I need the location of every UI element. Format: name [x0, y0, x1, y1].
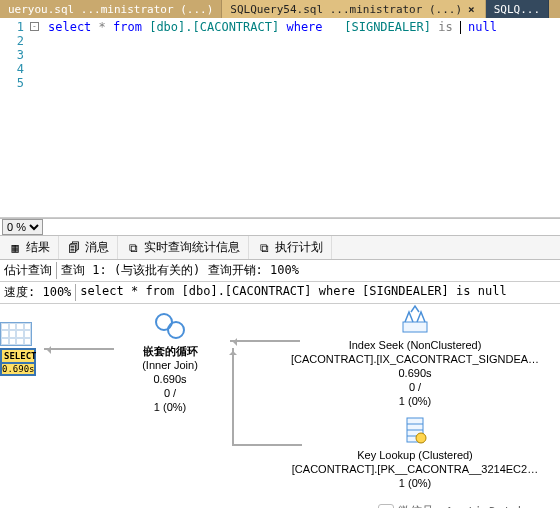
plan-node-time: 0.690s [0, 364, 36, 376]
tab-label: 结果 [26, 239, 50, 256]
watermark: ✳ 微信号: AustinDatabases [378, 503, 554, 508]
svg-point-7 [416, 433, 426, 443]
key-lookup-icon [399, 414, 431, 446]
plan-node-time: 0.690s [290, 366, 540, 380]
results-tab-strip: ▦ 结果 🗐 消息 ⧉ 实时查询统计信息 ⧉ 执行计划 [0, 236, 560, 260]
close-icon[interactable]: × [466, 3, 477, 16]
tab-label: ueryou.sql ...ministrator (...) [8, 3, 213, 16]
document-tab-active[interactable]: SQLQuery54.sql ...ministrator (...) × [222, 0, 485, 18]
line-number: 1 [0, 20, 30, 34]
stats-icon: ⧉ [126, 241, 140, 255]
tab-results[interactable]: ▦ 结果 [0, 236, 59, 259]
svg-point-1 [168, 322, 184, 338]
line-number-gutter: 1 2 3 4 5 [0, 18, 30, 217]
query-cost-text: 查询 1: (与该批有关的) 查询开销: 100% [61, 262, 299, 279]
plan-node-nested-loop[interactable]: 嵌套的循环 (Inner Join) 0.690s 0 / 1 (0%) [100, 310, 240, 414]
tab-exec-plan[interactable]: ⧉ 执行计划 [249, 236, 332, 259]
plan-node-index-seek[interactable]: Index Seek (NonClustered) [CACONTRACT].[… [290, 304, 540, 408]
speed-label: 速度: 100% [4, 284, 71, 301]
plan-node-sub: (Inner Join) [100, 358, 240, 372]
plan-node-sub: [CACONTRACT].[IX_CACONTRACT_SIGNDEA… [290, 352, 540, 366]
identifier: [SIGNDEALER] [344, 20, 431, 34]
svg-point-0 [156, 314, 172, 330]
tab-label: SQLQuery54.sql ...ministrator (...) [230, 3, 462, 16]
plan-node-pct: 1 (0%) [290, 394, 540, 408]
token: * [91, 20, 113, 34]
plan-node-label: SELECT [0, 348, 36, 364]
watermark-label: 微信号: [398, 503, 441, 508]
plan-node-rows: 0 / [290, 380, 540, 394]
tab-label: 消息 [85, 239, 109, 256]
plan-node-key-lookup[interactable]: Key Lookup (Clustered) [CACONTRACT].[PK_… [290, 414, 540, 490]
query-summary-bar: 估计查询 查询 1: (与该批有关的) 查询开销: 100% [0, 260, 560, 282]
sql-editor[interactable]: 1 2 3 4 5 - select * from [dbo].[CACONTR… [0, 18, 560, 218]
svg-rect-2 [403, 322, 427, 332]
keyword: where [279, 20, 344, 34]
line-number: 4 [0, 62, 30, 76]
plan-node-rows: 0 / [100, 386, 240, 400]
document-tab-strip: ueryou.sql ...ministrator (...) SQLQuery… [0, 0, 560, 18]
tab-label: SQLQ... [494, 3, 540, 16]
nested-loop-icon [154, 310, 186, 342]
plan-node-title: 嵌套的循环 [100, 344, 240, 358]
wechat-icon: ✳ [378, 504, 394, 509]
keyword: select [48, 20, 91, 34]
plan-node-sub: [CACONTRACT].[PK__CACONTRA__3214EC2… [290, 462, 540, 476]
plan-node-time: 0.690s [100, 372, 240, 386]
plan-node-select[interactable]: SELECT 0.690s [0, 322, 36, 376]
tab-label: 实时查询统计信息 [144, 239, 240, 256]
estimate-label: 估计查询 [4, 262, 52, 279]
plan-node-title: Index Seek (NonClustered) [290, 338, 540, 352]
query-detail-bar: 速度: 100% select * from [dbo].[CACONTRACT… [0, 282, 560, 304]
query-sql-text: select * from [dbo].[CACONTRACT] where [… [80, 284, 506, 301]
fold-gutter: - [30, 18, 44, 217]
plan-arrow [232, 348, 234, 446]
document-tab[interactable]: ueryou.sql ...ministrator (...) [0, 0, 222, 18]
plan-node-pct: 1 (0%) [290, 476, 540, 490]
keyword: null [461, 20, 497, 34]
keyword: from [113, 20, 149, 34]
line-number: 3 [0, 48, 30, 62]
code-line[interactable]: select * from [dbo].[CACONTRACT] where [… [44, 18, 501, 217]
keyword: is [431, 20, 460, 34]
document-tab[interactable]: SQLQ... [486, 0, 549, 18]
table-icon [0, 322, 32, 346]
plan-icon: ⧉ [257, 241, 271, 255]
zoom-bar: 0 % [0, 218, 560, 236]
execution-plan-canvas[interactable]: SELECT 0.690s 嵌套的循环 (Inner Join) 0.690s … [0, 304, 560, 508]
tab-messages[interactable]: 🗐 消息 [59, 236, 118, 259]
grid-icon: ▦ [8, 241, 22, 255]
message-icon: 🗐 [67, 241, 81, 255]
line-number: 2 [0, 34, 30, 48]
watermark-value: AustinDatabases [446, 505, 554, 509]
identifier: [dbo].[CACONTRACT] [149, 20, 279, 34]
line-number: 5 [0, 76, 30, 90]
zoom-select[interactable]: 0 % [2, 219, 43, 235]
plan-node-pct: 1 (0%) [100, 400, 240, 414]
tab-live-stats[interactable]: ⧉ 实时查询统计信息 [118, 236, 249, 259]
fold-toggle-icon[interactable]: - [30, 22, 39, 31]
plan-node-title: Key Lookup (Clustered) [290, 448, 540, 462]
tab-label: 执行计划 [275, 239, 323, 256]
index-seek-icon [399, 304, 431, 336]
